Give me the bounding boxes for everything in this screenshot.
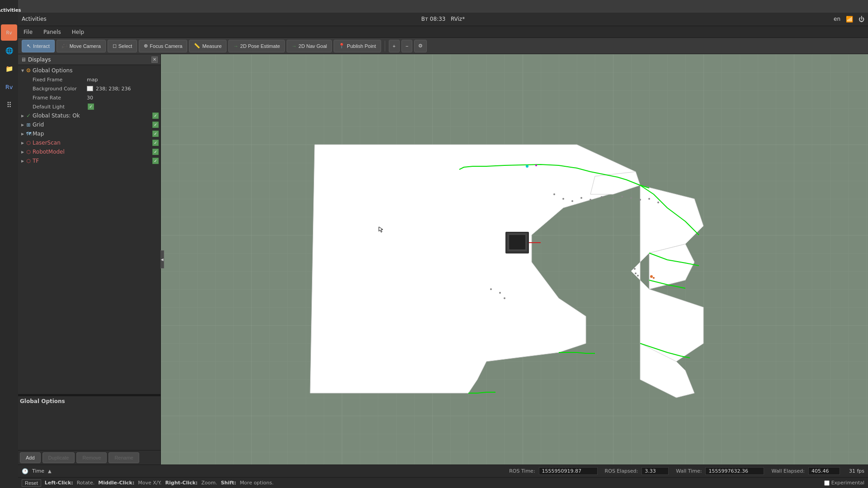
tf-row[interactable]: ▶ ⬡ TF ✓ (18, 156, 160, 165)
global-status-checkbox[interactable]: ✓ (152, 113, 159, 119)
global-status-check-icon: ✓ (25, 113, 32, 119)
global-options-arrow: ▼ (20, 68, 25, 73)
map-checkbox[interactable]: ✓ (152, 131, 159, 137)
svg-point-23 (490, 288, 492, 290)
svg-point-30 (635, 272, 637, 274)
hint-shift-action: More options. (240, 480, 274, 486)
system-network-icon[interactable]: 📶 (846, 16, 853, 23)
menu-panels[interactable]: Panels (42, 28, 63, 36)
panel-buttons: Add Duplicate Remove Rename (18, 450, 160, 465)
svg-point-11 (553, 193, 555, 195)
svg-point-19 (630, 197, 632, 199)
status-bar: Reset Left-Click: Rotate. Middle-Click: … (18, 477, 868, 488)
reset-button[interactable]: Reset (22, 479, 41, 487)
displays-header: 🖥 Displays ✕ (18, 54, 160, 65)
toolbar-publish-point[interactable]: 📍 Publish Point (334, 40, 381, 52)
wall-elapsed-label: Wall Elapsed: (771, 468, 804, 474)
svg-point-13 (571, 200, 573, 202)
menu-help[interactable]: Help (70, 28, 86, 36)
background-color-row[interactable]: Background Color 238; 238; 236 (18, 84, 160, 93)
global-options-icon: ⚙ (25, 67, 32, 74)
tree-panel[interactable]: ▼ ⚙ Global Options Fixed Frame map Backg… (18, 65, 160, 394)
sidebar-browser[interactable]: 🌐 (1, 42, 17, 59)
toolbar-settings[interactable]: ⚙ (414, 40, 427, 52)
map-arrow: ▶ (20, 131, 25, 136)
robot-icon: ⬡ (25, 149, 32, 155)
collapse-handle[interactable]: ◀ (160, 250, 164, 268)
ros-elapsed-value: 3.33 (642, 467, 669, 475)
sidebar-rviz2[interactable]: Rv (1, 79, 17, 95)
svg-point-14 (580, 197, 582, 199)
add-button[interactable]: Add (20, 452, 41, 463)
hint-left-action: Rotate. (77, 480, 95, 486)
hint-right-action: Zoom. (201, 480, 217, 486)
svg-point-17 (612, 198, 614, 200)
robot-label: RobotModel (33, 149, 151, 155)
frame-rate-row[interactable]: Frame Rate 30 (18, 93, 160, 102)
grid-checkbox[interactable]: ✓ (152, 122, 159, 128)
toolbar-zoom-out[interactable]: − (401, 40, 412, 52)
toolbar-move-camera[interactable]: 🎥 Move Camera (57, 40, 106, 52)
system-lang[interactable]: en (834, 16, 840, 22)
fixed-frame-row[interactable]: Fixed Frame map (18, 75, 160, 84)
sidebar-activities[interactable]: Activities (1, 2, 17, 18)
default-light-row[interactable]: Default Light ✓ (18, 102, 160, 111)
bottom-panel-title: Global Options (20, 398, 159, 404)
robot-checkbox[interactable]: ✓ (152, 149, 159, 155)
time-bar: 🕐 Time ▲ ROS Time: 1555950919.87 ROS Ela… (18, 465, 868, 477)
toolbar-2d-nav[interactable]: → 2D Nav Goal (287, 40, 332, 52)
ros-time-label: ROS Time: (509, 468, 535, 474)
tf-label: TF (33, 158, 151, 164)
system-title: RViz* (451, 16, 465, 22)
duplicate-button[interactable]: Duplicate (42, 452, 75, 463)
toolbar-interact[interactable]: ↖ Interact (22, 40, 55, 52)
svg-point-24 (499, 292, 501, 294)
svg-point-16 (601, 196, 603, 198)
time-collapse-button[interactable]: ▲ (48, 469, 52, 474)
menu-bar: File Panels Help (18, 26, 868, 38)
svg-point-12 (562, 198, 564, 200)
laser-scan-row[interactable]: ▶ ⬡ LaserScan ✓ (18, 138, 160, 147)
laser-checkbox[interactable]: ✓ (152, 140, 159, 146)
move-camera-icon: 🎥 (61, 43, 68, 49)
experimental-label: Experimental (831, 480, 864, 486)
experimental-checkbox[interactable] (824, 480, 830, 486)
tf-icon: ⬡ (25, 158, 32, 164)
toolbar-measure[interactable]: 📏 Measure (189, 40, 226, 52)
background-color-swatch[interactable] (87, 86, 93, 91)
toolbar-zoom-in[interactable]: + (389, 40, 400, 52)
svg-point-25 (504, 297, 505, 299)
toolbar-select[interactable]: ◻ Select (108, 40, 137, 52)
sidebar-grid-icon[interactable]: ⠿ (1, 97, 17, 113)
svg-point-26 (650, 275, 653, 278)
remove-button[interactable]: Remove (76, 452, 107, 463)
svg-point-20 (639, 199, 641, 201)
ros-time-value: 1555950919.87 (539, 467, 598, 475)
global-status-row[interactable]: ▶ ✓ Global Status: Ok ✓ (18, 111, 160, 120)
robot-model-row[interactable]: ▶ ⬡ RobotModel ✓ (18, 147, 160, 156)
default-light-checkbox[interactable]: ✓ (88, 103, 94, 110)
sidebar-files[interactable]: 📁 (1, 61, 17, 77)
system-activities[interactable]: Activities (22, 16, 47, 22)
background-color-label: Background Color (33, 86, 87, 92)
laser-icon: ⬡ (25, 140, 32, 146)
toolbar: ↖ Interact 🎥 Move Camera ◻ Select ⊕ Focu… (18, 38, 868, 54)
global-options-row[interactable]: ▼ ⚙ Global Options (18, 66, 160, 75)
wall-time-value: 1555997632.36 (705, 467, 764, 475)
rename-button[interactable]: Rename (108, 452, 139, 463)
toolbar-focus-camera[interactable]: ⊕ Focus Camera (139, 40, 187, 52)
sidebar-rviz[interactable]: Rv (1, 24, 17, 41)
menu-file[interactable]: File (22, 28, 34, 36)
displays-close-button[interactable]: ✕ (151, 56, 158, 63)
tf-checkbox[interactable]: ✓ (152, 158, 159, 164)
system-power-icon[interactable]: ⏻ (859, 16, 864, 23)
viewport[interactable] (161, 54, 868, 465)
hint-middle-action: Move X/Y. (138, 480, 161, 486)
grid-row[interactable]: ▶ ⊞ Grid ✓ (18, 120, 160, 129)
focus-label: Focus Camera (150, 43, 182, 49)
map-row[interactable]: ▶ 🗺 Map ✓ (18, 129, 160, 138)
laser-arrow: ▶ (20, 140, 25, 145)
toolbar-2d-pose[interactable]: → 2D Pose Estimate (228, 40, 285, 52)
select-label: Select (118, 43, 132, 49)
rviz-scene (161, 54, 868, 465)
